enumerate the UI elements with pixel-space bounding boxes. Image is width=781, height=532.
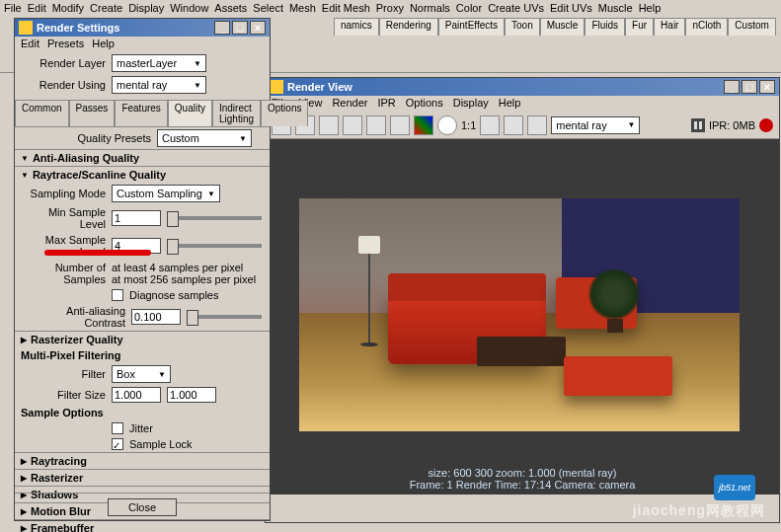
snapshot-icon[interactable]: [319, 115, 339, 135]
menu-item[interactable]: Render: [332, 97, 367, 111]
menu-item[interactable]: Help: [499, 97, 521, 111]
scene-ottoman: [564, 356, 672, 396]
scene-lamp: [368, 248, 370, 346]
quality-presets-label: Quality Presets: [77, 132, 151, 144]
status-line-1: size: 600 300 zoom: 1.000 (mental ray): [273, 467, 771, 479]
shelf-tab[interactable]: Hair: [654, 18, 685, 36]
sample-lock-checkbox[interactable]: [112, 438, 123, 450]
tab-quality[interactable]: Quality: [168, 100, 212, 126]
menu-item[interactable]: Edit Mesh: [322, 2, 370, 16]
shelf-tab[interactable]: Muscle: [540, 18, 586, 36]
menu-item[interactable]: Normals: [410, 2, 450, 16]
render-layer-select[interactable]: masterLayer: [112, 54, 206, 72]
refresh-icon[interactable]: [366, 115, 386, 135]
rgb-icon[interactable]: [414, 115, 433, 135]
render-status: size: 600 300 zoom: 1.000 (mental ray) F…: [266, 465, 779, 494]
menu-item[interactable]: Modify: [52, 2, 84, 16]
section-raytracing[interactable]: Raytracing: [15, 452, 270, 469]
menu-item[interactable]: Create UVs: [488, 2, 544, 16]
app-icon: [19, 21, 33, 35]
tab-features[interactable]: Features: [115, 100, 167, 126]
pause-icon[interactable]: [691, 118, 705, 132]
min-sample-slider[interactable]: [167, 216, 262, 220]
min-sample-label: Min Sample Level: [23, 206, 106, 230]
close-settings-button[interactable]: Close: [108, 498, 177, 516]
maximize-button[interactable]: □: [232, 21, 248, 35]
max-sample-slider[interactable]: [167, 244, 262, 248]
aa-contrast-input[interactable]: [131, 309, 181, 325]
settings-menu-bar: Edit Presets Help: [15, 37, 270, 52]
menu-item[interactable]: Create: [90, 2, 122, 16]
section-raytrace-scanline[interactable]: Raytrace/Scanline Quality: [15, 166, 270, 183]
menu-item[interactable]: File: [4, 2, 22, 16]
render-using-select[interactable]: mental ray: [112, 76, 206, 94]
diagnose-checkbox[interactable]: [112, 289, 123, 301]
menu-item[interactable]: Muscle: [598, 2, 633, 16]
display-icon[interactable]: [527, 115, 547, 135]
shelf-tab[interactable]: Toon: [505, 18, 540, 36]
ipr-status: IPR: 0MB: [709, 119, 755, 131]
shelf-tab[interactable]: namics: [334, 18, 379, 36]
menu-item[interactable]: Window: [170, 2, 208, 16]
sampling-mode-select[interactable]: Custom Sampling: [112, 185, 220, 202]
tab-options[interactable]: Options: [261, 100, 308, 126]
filter-size-x-input[interactable]: [112, 387, 161, 403]
ipr-icon[interactable]: [343, 115, 362, 135]
quality-presets-select[interactable]: Custom: [157, 129, 252, 147]
menu-item[interactable]: Edit UVs: [550, 2, 592, 16]
shelf-tab[interactable]: Rendering: [379, 18, 438, 36]
window-titlebar[interactable]: Render Settings _ □ ×: [15, 19, 270, 37]
render-view-window: Render View _ □ × File View Render IPR O…: [265, 77, 780, 523]
menu-item[interactable]: IPR: [377, 97, 395, 111]
shelf-tab[interactable]: Custom: [728, 18, 775, 36]
menu-item[interactable]: Options: [406, 97, 443, 111]
menu-help[interactable]: Help: [92, 38, 115, 51]
shelf-tab[interactable]: PaintEffects: [438, 18, 505, 36]
stop-ipr-icon[interactable]: [759, 118, 773, 132]
section-rasterizer[interactable]: Rasterizer: [15, 469, 270, 486]
section-framebuffer[interactable]: Framebuffer: [15, 519, 270, 532]
filter-size-y-input[interactable]: [167, 387, 216, 403]
menu-presets[interactable]: Presets: [47, 38, 84, 51]
tab-passes[interactable]: Passes: [69, 100, 116, 126]
close-button[interactable]: ×: [759, 80, 775, 94]
window-title: Render View: [287, 81, 352, 93]
section-anti-aliasing[interactable]: Anti-Aliasing Quality: [15, 149, 270, 166]
window-title: Render Settings: [37, 22, 119, 34]
tab-indirect-lighting[interactable]: Indirect Lighting: [212, 100, 261, 126]
shelf-tab[interactable]: Fur: [625, 18, 654, 36]
window-titlebar[interactable]: Render View _ □ ×: [266, 78, 779, 96]
close-button[interactable]: ×: [250, 21, 266, 35]
menu-item[interactable]: Assets: [214, 2, 247, 16]
menu-item[interactable]: Edit: [28, 2, 46, 16]
filter-select[interactable]: Box: [112, 365, 171, 383]
alpha-icon[interactable]: [437, 115, 457, 135]
keep-image-icon[interactable]: [480, 115, 500, 135]
menu-edit[interactable]: Edit: [21, 38, 39, 51]
jitter-checkbox[interactable]: [112, 422, 123, 434]
min-sample-input[interactable]: [112, 210, 161, 226]
menu-item[interactable]: Help: [639, 2, 662, 16]
shelf-tabs: namics Rendering PaintEffects Toon Muscl…: [334, 18, 776, 36]
menu-item[interactable]: Proxy: [376, 2, 404, 16]
tab-common[interactable]: Common: [15, 100, 69, 126]
section-multi-pixel-filtering: Multi-Pixel Filtering: [15, 347, 270, 363]
remove-image-icon[interactable]: [504, 115, 523, 135]
minimize-button[interactable]: _: [724, 80, 740, 94]
section-rasterizer-quality[interactable]: Rasterizer Quality: [15, 331, 270, 347]
render-viewport[interactable]: size: 600 300 zoom: 1.000 (mental ray) F…: [266, 139, 779, 494]
aa-contrast-slider[interactable]: [187, 315, 262, 319]
minimize-button[interactable]: _: [214, 21, 230, 35]
filter-label: Filter: [23, 368, 106, 380]
render-globals-icon[interactable]: [390, 115, 410, 135]
menu-item[interactable]: Mesh: [289, 2, 316, 16]
menu-item[interactable]: Color: [456, 2, 482, 16]
menu-item[interactable]: Display: [128, 2, 164, 16]
watermark-logo: jb51.net: [714, 475, 755, 500]
renderer-select[interactable]: mental ray: [551, 116, 640, 134]
menu-item[interactable]: Select: [253, 2, 283, 16]
maximize-button[interactable]: □: [742, 80, 757, 94]
shelf-tab[interactable]: Fluids: [585, 18, 625, 36]
shelf-tab[interactable]: nCloth: [685, 18, 728, 36]
menu-item[interactable]: Display: [453, 97, 489, 111]
